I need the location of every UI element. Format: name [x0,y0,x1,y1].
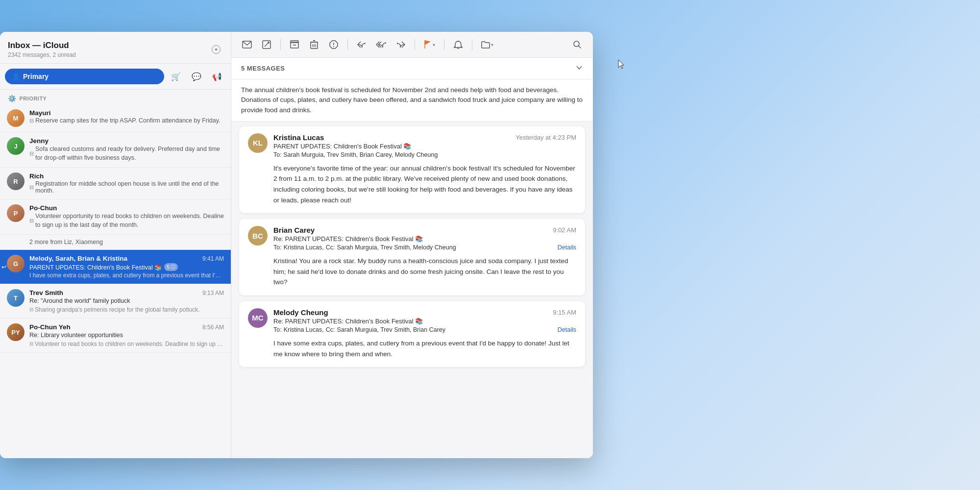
email-item-mayuri[interactable]: M Mayuri ⊟ Reserve camp sites for the tr… [0,104,231,132]
email-item-pochun[interactable]: P Po-Chun ⊟ Volunteer opportunity to rea… [0,199,231,235]
email-content-trev: Trev Smith 9:13 AM Re: "Around the world… [29,289,224,313]
folder-chevron-icon: ▾ [491,42,493,48]
email-icon-trev: ⊟ [29,307,33,312]
toolbar-separator-4 [444,39,444,50]
avatar-brian: BC [248,226,268,245]
tab-primary[interactable]: 👤 Primary [5,69,164,84]
message-body-kristina: It's everyone's favorite time of the yea… [239,163,585,213]
message-body-melody: I have some extra cups, plates, and cutl… [239,338,585,367]
email-subject-pochun2: Re: Library volunteer opportunities [29,332,123,339]
mailbox-title: Inbox — iCloud [8,41,76,50]
email-preview-selected: I have some extra cups, plates, and cutl… [29,272,224,279]
flag-button[interactable]: ▾ [421,38,438,51]
msg-time-kristina: Yesterday at 4:23 PM [515,134,576,141]
email-list: ⚙️ PRIORITY M Mayuri ⊟ Reserve camp site… [0,90,231,458]
reply-all-button[interactable] [373,37,389,52]
cursor [617,59,625,72]
tab-chat[interactable]: 💬 [188,68,205,85]
compose-button[interactable] [259,37,274,52]
email-sender-selected: Melody, Sarah, Brian & Kristina [29,255,127,262]
trash-button[interactable] [306,37,322,52]
bell-icon [454,40,463,49]
avatar-mayuri: M [7,109,24,127]
email-subject-rich: Registration for middle school open hous… [35,180,224,194]
main-panel: ▾ ▾ [231,32,593,458]
reply-arrow-icon: ↩ [1,264,6,270]
email-sender-pochun2: Po-Chun Yeh [29,323,71,331]
remind-button[interactable] [450,37,466,52]
tab-shopping[interactable]: 🛒 [167,68,185,85]
sidebar-header: Inbox — iCloud 2342 messages, 2 unread [0,32,231,64]
msg-sender-melody: Melody Cheung [273,308,328,317]
avatar-kristina: KL [248,133,268,153]
email-sender-mayuri: Mayuri [29,109,51,117]
toolbar-separator-1 [280,39,281,50]
message-body-brian: Kristina! You are a rock star. My buddy … [239,256,585,295]
msg-subject-melody: Re: PARENT UPDATES: Children's Book Fest… [273,318,576,325]
msg-time-brian: 9:02 AM [553,226,576,234]
email-sender-pochun: Po-Chun [29,204,57,212]
toolbar-separator-3 [415,39,415,50]
reply-all-icon [376,41,387,49]
avatar-pochun2: PY [7,323,24,341]
mail-button[interactable] [239,37,255,52]
email-subject-pochun: Volunteer opportunity to read books to c… [35,212,224,229]
app-window: Inbox — iCloud 2342 messages, 2 unread 👤… [0,32,593,458]
msg-meta-brian: Brian Carey 9:02 AM Re: PARENT UPDATES: … [273,226,576,251]
msg-subject-kristina: PARENT UPDATES: Children's Book Festival… [273,143,576,150]
message-card-brian: BC Brian Carey 9:02 AM Re: PARENT UPDATE… [239,219,585,295]
messages-scroll: KL Kristina Lucas Yesterday at 4:23 PM P… [231,122,593,458]
email-item-jenny[interactable]: J Jenny ⊟ Sofa cleared customs and ready… [0,132,231,168]
tab-primary-label: Primary [23,73,49,80]
compose-edit-icon [262,40,271,49]
sidebar: Inbox — iCloud 2342 messages, 2 unread 👤… [0,32,231,458]
collapse-thread-button[interactable] [575,64,583,73]
email-subject-trev: Re: "Around the world" family potluck [29,297,130,304]
email-icon-rich: ⊟ [29,184,34,191]
archive-button[interactable] [287,37,302,52]
email-sender-jenny: Jenny [29,137,49,145]
thread-summary: The annual children's book festival is s… [231,79,593,122]
email-subject-selected: PARENT UPDATES: Children's Book Festival… [29,264,162,271]
email-sender-rich: Rich [29,172,44,180]
details-link-melody[interactable]: Details [558,326,576,333]
tab-notifications[interactable]: 📢 [208,68,226,85]
move-button[interactable]: ▾ [478,39,496,50]
email-icon-mayuri: ⊟ [29,118,34,124]
email-time-pochun2: 8:56 AM [202,324,224,331]
email-subject-jenny: Sofa cleared customs and ready for deliv… [35,145,224,162]
email-time-trev: 9:13 AM [202,290,224,296]
search-button[interactable] [569,37,585,52]
svg-line-20 [579,46,581,49]
compose-icon-button[interactable] [209,43,223,56]
details-link-brian[interactable]: Details [558,244,576,251]
email-preview-trev: Sharing grandpa's pelmenis recipe for th… [35,306,199,313]
email-icon-pochun: ⊟ [29,218,34,224]
email-content-pochun: Po-Chun ⊟ Volunteer opportunity to read … [29,204,224,229]
svg-rect-7 [291,41,298,43]
right-background [593,0,980,490]
shopping-icon: 🛒 [171,72,181,81]
email-item-selected[interactable]: ↩ G Melody, Sarah, Brian & Kristina 9:41… [0,250,231,284]
msg-meta-kristina: Kristina Lucas Yesterday at 4:23 PM PARE… [273,133,576,158]
flag-chevron-icon: ▾ [433,42,435,48]
message-card-melody: MC Melody Cheung 9:15 AM Re: PARENT UPDA… [239,301,585,367]
email-item-pochun2[interactable]: PY Po-Chun Yeh 8:56 AM Re: Library volun… [0,318,231,353]
compose-icon [212,45,220,54]
reply-icon [357,41,366,49]
email-item-rich[interactable]: R Rich ⊟ Registration for middle school … [0,168,231,199]
priority-icon: ⚙️ [8,95,17,102]
msg-sender-kristina: Kristina Lucas [273,133,324,142]
forward-icon [396,41,405,49]
forward-button[interactable] [393,37,409,52]
message-header-brian: BC Brian Carey 9:02 AM Re: PARENT UPDATE… [239,219,585,256]
email-item-trev[interactable]: T Trev Smith 9:13 AM Re: "Around the wor… [0,284,231,318]
avatar-melody: MC [248,308,268,328]
search-icon [573,40,582,49]
more-from-item[interactable]: 2 more from Liz, Xiaomeng [0,235,231,250]
junk-icon [329,40,338,49]
junk-button[interactable] [326,37,342,52]
mailbox-title-group: Inbox — iCloud 2342 messages, 2 unread [8,41,76,58]
avatar-trev: T [7,289,24,307]
reply-button[interactable] [354,37,369,52]
